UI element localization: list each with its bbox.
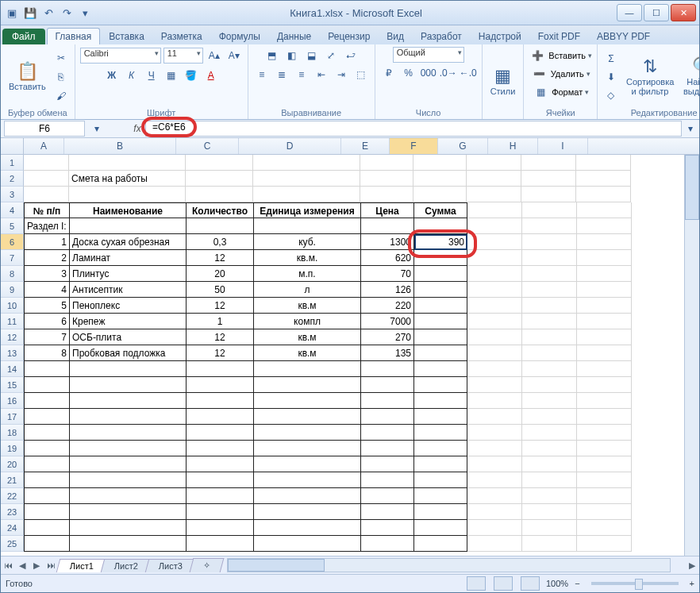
cell-C21[interactable] xyxy=(187,472,254,488)
cell-H15[interactable] xyxy=(522,377,577,393)
sort-filter-button[interactable]: ⇅ Сортировка и фильтр xyxy=(623,56,677,98)
cell-G2[interactable] xyxy=(467,171,521,187)
cell-A24[interactable] xyxy=(24,520,70,536)
cell-D17[interactable] xyxy=(254,409,361,425)
cell-F24[interactable] xyxy=(414,520,467,536)
sheet-tab-3[interactable]: Лист3 xyxy=(145,559,197,572)
zoom-in-button[interactable]: + xyxy=(690,579,694,588)
cell-I21[interactable] xyxy=(577,472,632,488)
cell-B21[interactable] xyxy=(70,472,187,488)
select-all-corner[interactable] xyxy=(1,138,24,154)
cell-C6[interactable]: 0,3 xyxy=(187,234,254,250)
cell-C18[interactable] xyxy=(187,425,254,441)
cell-H25[interactable] xyxy=(522,536,577,552)
cell-G7[interactable] xyxy=(467,250,522,266)
cell-A11[interactable]: 6 xyxy=(24,314,70,329)
cell-E12[interactable]: 270 xyxy=(361,329,414,345)
cell-A15[interactable] xyxy=(24,377,70,393)
cell-B16[interactable] xyxy=(70,393,187,409)
cell-D10[interactable]: кв.м xyxy=(254,298,361,314)
cell-B13[interactable]: Пробковая подложка xyxy=(70,345,187,361)
cell-I11[interactable] xyxy=(577,314,632,329)
row-header[interactable]: 23 xyxy=(1,504,24,520)
cell-F14[interactable] xyxy=(414,361,467,377)
cell-D23[interactable] xyxy=(254,504,361,520)
cell-E14[interactable] xyxy=(361,361,414,377)
row-header[interactable]: 10 xyxy=(1,298,24,314)
cell-B6[interactable]: Доска сухая обрезная xyxy=(70,234,187,250)
cell-G17[interactable] xyxy=(467,409,522,425)
cell-E2[interactable] xyxy=(360,171,413,187)
cell-I12[interactable] xyxy=(577,329,632,345)
vertical-scrollbar[interactable] xyxy=(684,155,699,556)
cell-D4[interactable]: Единица измерения xyxy=(254,202,361,218)
cell-G9[interactable] xyxy=(467,282,522,298)
col-header-C[interactable]: C xyxy=(176,138,239,154)
cell-F2[interactable] xyxy=(413,171,467,187)
row-header[interactable]: 21 xyxy=(1,472,24,488)
row-header[interactable]: 16 xyxy=(1,393,24,409)
cell-D7[interactable]: кв.м. xyxy=(254,250,361,266)
cell-A20[interactable] xyxy=(24,456,70,472)
cell-H23[interactable] xyxy=(522,504,577,520)
autosum-button[interactable]: Σ xyxy=(602,50,620,67)
cell-A1[interactable] xyxy=(24,155,69,171)
cell-E15[interactable] xyxy=(361,377,414,393)
cell-H7[interactable] xyxy=(522,250,577,266)
cell-H20[interactable] xyxy=(522,456,577,472)
cell-G14[interactable] xyxy=(467,361,522,377)
cell-F17[interactable] xyxy=(414,409,467,425)
new-sheet-button[interactable]: ✧ xyxy=(190,558,225,572)
cell-C16[interactable] xyxy=(187,393,254,409)
merge-button[interactable]: ⬚ xyxy=(352,66,370,83)
cell-D1[interactable] xyxy=(253,155,360,171)
hscroll-right[interactable]: ▶ xyxy=(685,560,699,571)
cell-G20[interactable] xyxy=(467,456,522,472)
cell-B20[interactable] xyxy=(70,456,187,472)
orientation-button[interactable]: ⤢ xyxy=(322,47,340,64)
cell-I19[interactable] xyxy=(577,441,632,456)
view-pagebreak-button[interactable] xyxy=(521,576,540,591)
cell-C15[interactable] xyxy=(187,377,254,393)
close-button[interactable]: ✕ xyxy=(671,4,696,21)
cell-E25[interactable] xyxy=(361,536,414,552)
tab-data[interactable]: Данные xyxy=(269,29,319,44)
cell-I25[interactable] xyxy=(577,536,632,552)
cell-G15[interactable] xyxy=(467,377,522,393)
row-header[interactable]: 12 xyxy=(1,329,24,345)
cell-D24[interactable] xyxy=(254,520,361,536)
cell-A8[interactable]: 3 xyxy=(24,266,70,282)
cell-E10[interactable]: 220 xyxy=(361,298,414,314)
cell-B10[interactable]: Пеноплекс xyxy=(70,298,187,314)
cell-H8[interactable] xyxy=(522,266,577,282)
cell-F21[interactable] xyxy=(414,472,467,488)
cell-B11[interactable]: Крепеж xyxy=(70,314,187,329)
col-header-B[interactable]: B xyxy=(64,138,176,154)
cell-G12[interactable] xyxy=(467,329,522,345)
row-header[interactable]: 7 xyxy=(1,250,24,266)
row-header[interactable]: 5 xyxy=(1,218,24,234)
cell-C8[interactable]: 20 xyxy=(187,266,254,282)
cell-C20[interactable] xyxy=(187,456,254,472)
tab-insert[interactable]: Вставка xyxy=(101,29,152,44)
decrease-decimal-button[interactable]: ←.0 xyxy=(460,64,477,82)
row-header[interactable]: 11 xyxy=(1,314,24,329)
cell-F10[interactable] xyxy=(414,298,467,314)
cell-D8[interactable]: м.п. xyxy=(254,266,361,282)
format-painter-button[interactable]: 🖌 xyxy=(52,87,70,105)
cell-C7[interactable]: 12 xyxy=(187,250,254,266)
cell-E8[interactable]: 70 xyxy=(361,266,414,282)
cell-D14[interactable] xyxy=(254,361,361,377)
cell-C24[interactable] xyxy=(187,520,254,536)
row-header[interactable]: 25 xyxy=(1,536,24,552)
col-header-I[interactable]: I xyxy=(538,138,588,154)
cell-F1[interactable] xyxy=(413,155,467,171)
sheet-nav-last[interactable]: ⏭ xyxy=(44,560,58,570)
cell-I20[interactable] xyxy=(577,456,632,472)
cell-H22[interactable] xyxy=(522,488,577,504)
cell-G16[interactable] xyxy=(467,393,522,409)
increase-font-button[interactable]: A▴ xyxy=(206,47,223,64)
cell-G13[interactable] xyxy=(467,345,522,361)
cell-B15[interactable] xyxy=(70,377,187,393)
cell-H2[interactable] xyxy=(521,171,576,187)
